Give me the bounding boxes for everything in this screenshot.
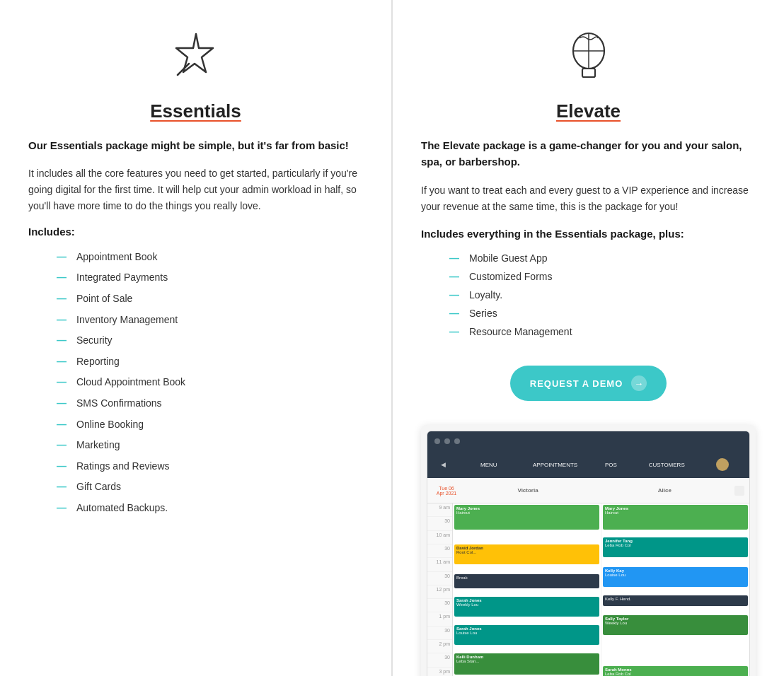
list-item: Online Booking [57,418,363,432]
event-v3-break: Break [454,574,599,588]
toolbar-dot-3 [454,438,460,444]
cal-staff-alice: Alice [599,487,730,494]
cal-avatar-victoria [701,458,744,471]
list-item: Mobile Guest App [449,252,756,264]
time-11-30: 30 [427,572,452,585]
cal-settings-icon [730,486,749,496]
list-item: Gift Cards [57,480,363,494]
elevate-includes-plus: Includes everything in the Essentials pa… [421,228,756,240]
essentials-feature-list: Appointment BookIntegrated PaymentsPoint… [28,250,363,523]
list-item: Automated Backups. [57,501,363,515]
list-item: Series [449,308,756,319]
time-9am: 9 am [427,503,452,517]
list-item: Ratings and Reviews [57,460,363,474]
event-a4-field: Kelly F. Hend. [603,595,748,606]
cal-header: ◀ MENU APPOINTMENTS POS CUSTOMERS [427,451,749,478]
toolbar-dot-2 [444,438,450,444]
list-item: Reporting [57,355,363,369]
toolbar-dot-1 [434,438,440,444]
hot-air-balloon-icon [560,28,617,88]
cal-date-row: Tue 06 Apr 2021 Victoria Alice [427,478,749,503]
cal-victoria-col: Mary Jones Haircut David Jordan Root Col… [453,503,601,676]
list-item: Marketing [57,438,363,453]
event-v1: Mary Jones Haircut [454,505,599,530]
elevate-desc-normal1: If you want to treat each and every gues… [421,182,756,215]
time-2-30: 30 [427,653,452,667]
event-v4: Sarah Jones Weekly Lou [454,597,599,617]
elevate-title: Elevate [421,100,756,122]
cal-header-appointments: APPOINTMENTS [524,462,587,468]
time-11am: 11 am [427,558,452,571]
cal-header-menu: MENU [457,462,521,468]
event-v2: David Jordan Root Col... [454,544,599,564]
essentials-desc-normal: It includes all the core features you ne… [28,165,363,214]
event-v6: Kelli Dunham Leba Stan... [454,653,599,675]
time-10-30: 30 [427,544,452,558]
essentials-panel: Essentials Our Essentials package might … [0,0,392,676]
essentials-icon-area [28,28,363,88]
page-container: Essentials Our Essentials package might … [0,0,784,676]
elevate-inner: Elevate The Elevate package is a game-ch… [421,21,756,676]
cal-alice-col: Mary Jones Haircut Jennifer Tang Leba Ro… [601,503,749,676]
calendar-screenshot: ◀ MENU APPOINTMENTS POS CUSTOMERS Tue 06 [421,425,756,676]
list-item: Inventory Management [57,313,363,327]
time-2pm: 2 pm [427,640,452,653]
event-a5: Sally Taylor Weekly Lou [603,615,748,635]
cal-date-label: Tue 06 Apr 2021 [427,486,463,496]
cal-nav-back: ◀ [433,461,454,468]
svg-rect-5 [582,69,595,77]
list-item: Customized Forms [449,271,756,282]
svg-marker-0 [176,34,213,72]
star-wand-icon [168,28,224,88]
list-item: Security [57,334,363,348]
list-item: Point of Sale [57,292,363,306]
elevate-panel: Elevate The Elevate package is a game-ch… [392,0,784,676]
list-item: Appointment Book [57,250,363,264]
list-item: Cloud Appointment Book [57,375,363,390]
list-item: Integrated Payments [57,271,363,285]
essentials-desc-bold: Our Essentials package might be simple, … [28,138,349,154]
screenshot-toolbar [427,431,749,451]
event-v5: Sarah Jones Louise Lou [454,625,599,645]
elevate-cta-button[interactable]: REQUEST A DEMO → [510,366,667,401]
time-3pm: 3 pm [427,668,452,676]
elevate-desc-bold: The Elevate package is a game-changer fo… [421,138,756,170]
cal-time-col: 9 am 30 10 am 30 11 am 30 12 pm 30 1 pm … [427,503,453,676]
time-1pm: 1 pm [427,612,452,626]
list-item: Resource Management [449,326,756,337]
elevate-feature-list: Mobile Guest AppCustomized FormsLoyalty.… [421,252,756,344]
screenshot-inner: ◀ MENU APPOINTMENTS POS CUSTOMERS Tue 06 [427,431,750,676]
time-12-30: 30 [427,599,452,612]
event-a6: Sarah Monns Leba Rob Col [603,666,748,676]
essentials-title: Essentials [28,100,363,122]
cal-staff-victoria: Victoria [463,487,593,494]
time-12pm: 12 pm [427,585,452,599]
event-a3: Kelly Kay Louise Lou [603,567,748,587]
time-9-30: 30 [427,517,452,530]
event-a1: Mary Jones Haircut [603,505,748,530]
elevate-icon-area [421,28,756,88]
cal-grid: 9 am 30 10 am 30 11 am 30 12 pm 30 1 pm … [427,503,749,676]
essentials-includes-heading: Includes: [28,226,75,238]
time-1-30: 30 [427,627,452,640]
time-10am: 10 am [427,531,452,544]
list-item: SMS Confirmations [57,397,363,411]
cal-header-pos: POS [589,462,632,468]
elevate-cta-label: REQUEST A DEMO [530,378,623,389]
elevate-cta-arrow-icon: → [631,375,647,391]
cal-header-customers: CUSTOMERS [635,462,698,468]
list-item: Loyalty. [449,289,756,301]
event-a2: Jennifer Tang Leba Rob Col [603,537,748,557]
